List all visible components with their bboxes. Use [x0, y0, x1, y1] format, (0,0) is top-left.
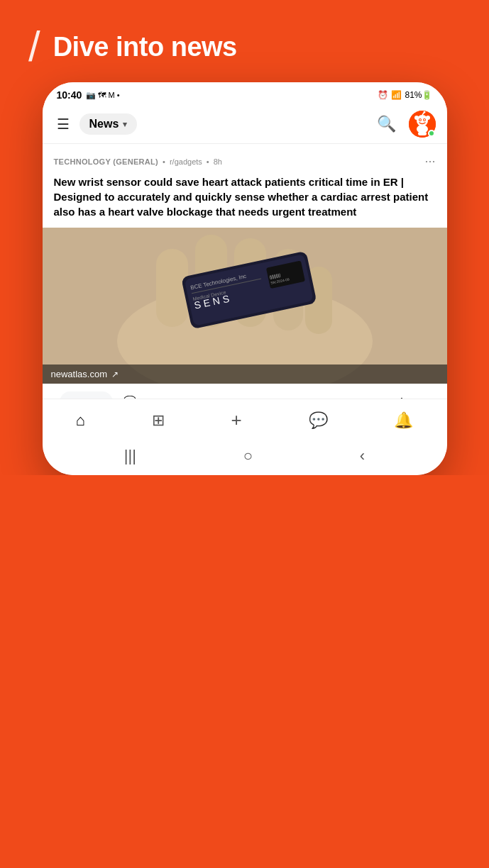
nav-bar: ☰ News ▾ 🔍 — [43, 105, 447, 144]
status-right-icons: ⏰ 📶 81%🔋 — [378, 90, 432, 100]
grid-icon: ⊞ — [152, 411, 165, 430]
post-1-more-button[interactable]: ··· — [424, 154, 435, 169]
app-header: / Dive into news — [0, 0, 489, 82]
status-time: 10:40 — [57, 89, 82, 101]
battery-indicator: 81%🔋 — [405, 90, 432, 100]
search-button[interactable]: 🔍 — [371, 112, 402, 136]
avatar-container[interactable] — [409, 111, 436, 138]
news-label: News — [89, 118, 119, 130]
post-1-source-banner: newatlas.com ↗ — [43, 365, 447, 384]
android-home-button[interactable]: ○ — [243, 447, 253, 465]
wifi-icon: 📶 — [391, 90, 402, 100]
svg-point-5 — [424, 119, 425, 121]
dot-2: • — [207, 157, 209, 166]
feed: TECHNOLOGY (GENERAL) • r/gadgets • 8h ··… — [43, 144, 447, 399]
svg-rect-11 — [418, 132, 427, 135]
phone-mockup: 10:40 📷 🗺 M • ⏰ 📶 81%🔋 ☰ News ▾ 🔍 — [43, 82, 447, 475]
status-left-icons: 📷 🗺 M • — [86, 91, 119, 100]
svg-point-6 — [414, 116, 419, 120]
android-menu-button[interactable]: ||| — [124, 447, 136, 465]
tab-create[interactable]: + — [223, 406, 251, 434]
tab-home[interactable]: ⌂ — [67, 408, 93, 433]
post-1-title: New wrist sensor could save heart attack… — [54, 174, 436, 219]
svg-point-7 — [426, 116, 430, 120]
upvote-button[interactable]: ↑ 1767 ↓ — [60, 391, 113, 399]
post-1-action-bar: ↑ 1767 ↓ 💬 33 ↑ Share — [54, 384, 436, 399]
dot-1: • — [163, 157, 165, 166]
online-indicator — [428, 130, 435, 137]
tab-notifications[interactable]: 🔔 — [385, 408, 422, 433]
external-link-icon: ↗ — [111, 369, 119, 379]
svg-point-9 — [423, 111, 425, 113]
add-icon: + — [231, 409, 242, 431]
post-1-source: newatlas.com — [51, 369, 107, 379]
hamburger-button[interactable]: ☰ — [54, 113, 72, 135]
android-back-button[interactable]: ‹ — [360, 447, 365, 465]
chat-icon: 💬 — [309, 411, 328, 430]
post-1-category: TECHNOLOGY (GENERAL) — [54, 157, 159, 166]
alarm-icon: ⏰ — [378, 90, 388, 100]
post-1-meta: TECHNOLOGY (GENERAL) • r/gadgets • 8h ··… — [54, 154, 436, 169]
post-1-subreddit[interactable]: r/gadgets — [170, 157, 202, 166]
android-nav-bar: ||| ○ ‹ — [43, 440, 447, 475]
comment-button[interactable]: 💬 33 — [116, 391, 160, 399]
svg-point-4 — [419, 119, 421, 121]
post-1: TECHNOLOGY (GENERAL) • r/gadgets • 8h ··… — [43, 144, 447, 399]
share-button[interactable]: ↑ Share — [375, 391, 429, 399]
header-title: Dive into news — [53, 32, 237, 62]
status-left: 10:40 📷 🗺 M • — [57, 89, 120, 101]
chevron-down-icon: ▾ — [123, 120, 127, 129]
tab-communities[interactable]: ⊞ — [143, 408, 173, 433]
bottom-background — [0, 475, 489, 868]
post-1-time: 8h — [214, 157, 222, 166]
post-1-image: BCE Technologies, Inc Medical Device SEN… — [43, 228, 447, 384]
bottom-tab-bar: ⌂ ⊞ + 💬 🔔 — [43, 399, 447, 440]
status-bar: 10:40 📷 🗺 M • ⏰ 📶 81%🔋 — [43, 82, 447, 105]
slash-icon: / — [28, 26, 40, 68]
home-icon: ⌂ — [75, 411, 84, 430]
bell-icon: 🔔 — [394, 411, 413, 430]
news-dropdown[interactable]: News ▾ — [79, 113, 138, 135]
tab-chat[interactable]: 💬 — [300, 408, 336, 433]
